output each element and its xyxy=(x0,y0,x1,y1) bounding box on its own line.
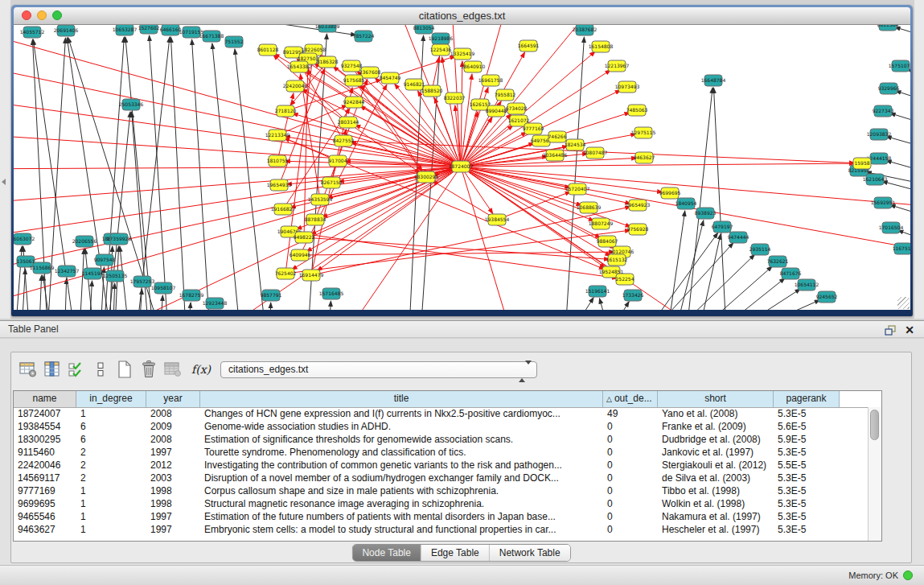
network-node[interactable]: 7485063 xyxy=(626,105,648,116)
network-node[interactable]: 16961758 xyxy=(478,75,503,86)
table-row[interactable]: 946362711997Embryonic stem cells: a mode… xyxy=(14,524,881,537)
network-node[interactable]: 16914479 xyxy=(299,270,324,281)
network-node[interactable]: 14055712 xyxy=(20,27,45,38)
close-panel-icon[interactable]: ✕ xyxy=(905,322,914,338)
select-all-icon[interactable] xyxy=(64,358,88,381)
network-node[interactable]: 6734028 xyxy=(506,103,528,114)
network-node[interactable]: 20364486 xyxy=(543,150,568,161)
column-header-title[interactable]: title xyxy=(200,391,603,407)
network-node[interactable]: 11156869 xyxy=(30,262,55,274)
network-node[interactable]: 9245652 xyxy=(816,291,838,303)
network-node[interactable]: 1145194 xyxy=(82,268,104,279)
network-node[interactable]: 18640910 xyxy=(461,61,486,72)
network-node[interactable]: 20691406 xyxy=(54,25,79,36)
network-node[interactable]: 12213349 xyxy=(265,130,290,141)
network-node[interactable]: 9097548 xyxy=(94,254,116,266)
network-node[interactable]: 8471676 xyxy=(780,268,802,279)
unselect-all-icon[interactable] xyxy=(88,358,113,381)
network-node[interactable]: 9756928 xyxy=(627,224,649,235)
network-node[interactable]: 7955812 xyxy=(495,89,516,101)
network-node[interactable]: 9498222 xyxy=(294,232,315,243)
network-node[interactable]: 1588520 xyxy=(421,85,443,97)
network-node[interactable]: 917004 xyxy=(329,155,347,167)
network-node[interactable]: 10654112 xyxy=(795,279,819,290)
network-node[interactable]: 6466160 xyxy=(160,25,182,35)
network-node[interactable]: 746266 xyxy=(548,131,567,142)
network-node[interactable]: 9242844 xyxy=(343,97,365,108)
network-node[interactable]: 1167511 xyxy=(893,243,910,254)
network-node[interactable]: 1840954 xyxy=(676,198,697,209)
delete-table-icon[interactable] xyxy=(161,358,185,381)
network-node[interactable]: 15716485 xyxy=(319,288,344,299)
network-node[interactable]: 20387682 xyxy=(573,25,598,35)
network-node[interactable]: 12505135 xyxy=(103,270,128,282)
table-row[interactable]: 911546021997Tourette syndrome. Phenomeno… xyxy=(14,447,881,459)
network-node[interactable]: 15692951 xyxy=(871,197,896,208)
table-row[interactable]: 1830029562008Estimation of significance … xyxy=(14,434,881,447)
show-columns-icon[interactable] xyxy=(40,358,64,381)
network-node[interactable]: 18300295 xyxy=(414,171,439,183)
network-node[interactable]: 8611304 xyxy=(877,25,899,31)
network-node[interactable]: 12213967 xyxy=(605,60,630,72)
tab-node-table[interactable]: Node Table xyxy=(352,545,421,561)
network-node[interactable]: 12923448 xyxy=(203,298,228,309)
panel-collapse-arrow[interactable] xyxy=(2,179,6,185)
network-node[interactable]: 10688639 xyxy=(577,202,602,213)
function-builder-icon[interactable]: f(x) xyxy=(191,363,211,376)
network-canvas[interactable]: 1405571220691406106532871527602646616010… xyxy=(14,25,910,310)
network-node[interactable]: 17359928 xyxy=(107,233,132,245)
network-node[interactable]: 10807487 xyxy=(583,147,608,159)
network-node[interactable]: 17016504 xyxy=(879,222,904,233)
network-node[interactable]: 10973493 xyxy=(615,81,640,93)
network-node[interactable]: 2803144 xyxy=(338,117,359,128)
network-node[interactable]: 8267150 xyxy=(321,177,343,188)
network-node[interactable]: 1733426 xyxy=(622,290,644,301)
network-node[interactable]: 16033809 xyxy=(315,25,340,32)
network-node[interactable]: 9175685 xyxy=(343,75,365,86)
network-node[interactable]: 9699695 xyxy=(659,187,681,199)
network-node[interactable]: 8427552 xyxy=(333,135,355,146)
network-node[interactable]: 13325419 xyxy=(450,48,475,60)
column-header-pagerank[interactable]: pagerank xyxy=(774,391,840,407)
table-mode-icon[interactable] xyxy=(16,358,40,381)
network-node[interactable]: 14353594 xyxy=(308,194,333,205)
network-node[interactable]: 22420046 xyxy=(283,80,308,92)
network-node[interactable]: 16648784 xyxy=(701,75,726,86)
network-node[interactable]: 18807249 xyxy=(589,218,614,229)
network-node[interactable]: 9857791 xyxy=(261,290,282,301)
network-node[interactable]: 12975115 xyxy=(631,127,656,138)
network-node[interactable]: 9329966 xyxy=(878,83,900,94)
network-node[interactable]: 16210643 xyxy=(863,174,888,185)
network-node[interactable]: 9463627 xyxy=(634,152,655,163)
network-node[interactable]: 6479197 xyxy=(712,221,733,233)
network-node[interactable]: 2935114 xyxy=(749,244,771,255)
table-row[interactable]: 2242004622012Investigating the contribut… xyxy=(14,459,881,472)
network-node[interactable]: 19384554 xyxy=(485,214,510,225)
delete-column-icon[interactable] xyxy=(137,358,161,381)
network-node[interactable]: 9777169 xyxy=(523,123,544,134)
scrollbar-thumb[interactable] xyxy=(870,410,879,440)
tab-edge-table[interactable]: Edge Table xyxy=(421,545,490,561)
column-header-name[interactable]: name xyxy=(14,391,76,407)
network-node[interactable]: 8990448 xyxy=(486,105,507,117)
network-node[interactable]: 19654933 xyxy=(267,179,292,191)
network-node[interactable]: 9474444 xyxy=(728,232,749,243)
network-node[interactable]: 19218986 xyxy=(429,33,454,44)
network-node[interactable]: 26063072 xyxy=(14,233,35,245)
network-node[interactable]: 16782759 xyxy=(179,290,204,301)
network-node[interactable]: 1527602 xyxy=(138,25,160,34)
network-node[interactable]: 15751074 xyxy=(889,60,910,72)
network-node[interactable]: 19166827 xyxy=(271,204,296,215)
network-node[interactable]: 1810755 xyxy=(267,155,289,167)
network-node[interactable]: 9884067 xyxy=(597,236,618,247)
network-node[interactable]: 8813054 xyxy=(413,25,435,34)
network-node[interactable]: 7632621 xyxy=(767,256,789,267)
network-node[interactable]: 15958 xyxy=(853,158,871,169)
create-column-icon[interactable] xyxy=(113,358,137,381)
network-node[interactable]: 2718120 xyxy=(275,105,297,117)
network-node[interactable]: 751552 xyxy=(225,36,244,47)
network-node[interactable]: 12342757 xyxy=(55,266,80,277)
network-node[interactable]: 8938923 xyxy=(695,208,717,219)
column-header-short[interactable]: short xyxy=(658,391,774,407)
window-titlebar[interactable]: citations_edges.txt xyxy=(14,7,910,25)
